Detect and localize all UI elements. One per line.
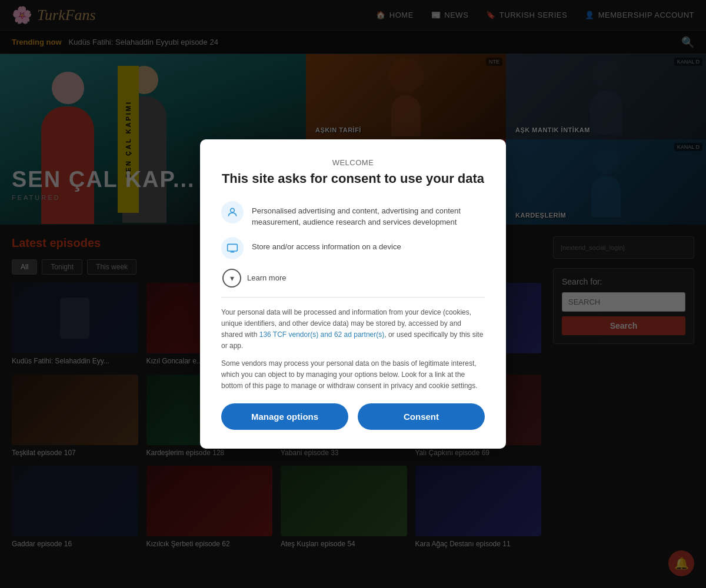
modal-actions: Manage options Consent [221,403,485,430]
modal-divider [221,297,485,298]
learn-more-row: ▾ Learn more [222,269,485,288]
consent-item-1: Personalised advertising and content, ad… [221,201,485,227]
modal-body-text-2: Some vendors may process your personal d… [221,358,485,392]
manage-options-button[interactable]: Manage options [221,403,348,430]
modal-subtitle: Welcome [221,158,485,167]
modal-overlay: Welcome This site asks for consent to us… [0,0,706,588]
consent-icon-2 [221,237,244,259]
consent-text-2: Store and/or access information on a dev… [252,237,401,252]
consent-button[interactable]: Consent [358,403,485,430]
modal-body-text-1: Your personal data will be processed and… [221,307,485,352]
consent-item-2: Store and/or access information on a dev… [221,237,485,259]
modal-title: This site asks for consent to use your d… [221,171,485,188]
consent-icon-1 [221,201,244,223]
learn-more-toggle[interactable]: ▾ [222,269,241,288]
vendor-link[interactable]: 136 TCF vendor(s) and 62 ad partner(s) [259,330,385,339]
consent-modal: Welcome This site asks for consent to us… [200,139,506,449]
svg-rect-1 [228,244,238,251]
learn-more-label: Learn more [247,273,286,282]
svg-point-0 [231,209,235,213]
consent-text-1: Personalised advertising and content, ad… [252,201,485,227]
